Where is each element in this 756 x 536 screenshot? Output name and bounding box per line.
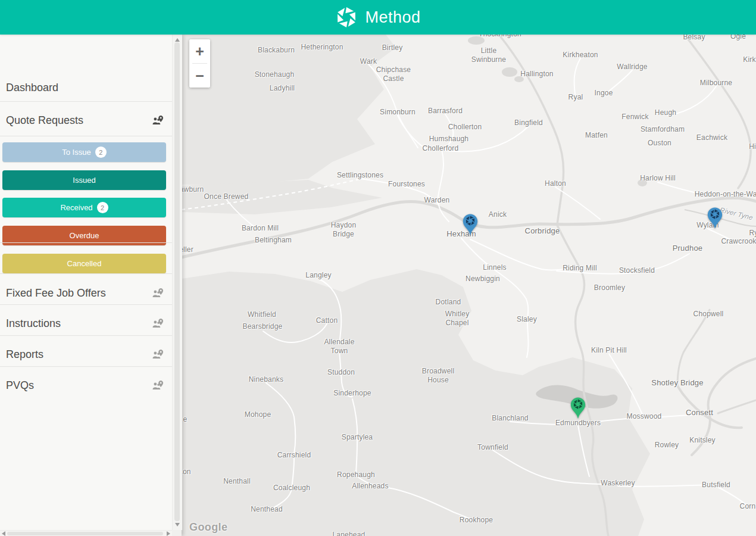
map-place-label: Butsfield [702, 481, 730, 490]
map-place-label: Mosswood [627, 412, 662, 421]
map-place-label: Eachwick [696, 133, 727, 142]
map-place-label: Milbourne [700, 79, 733, 88]
map-place-label: Whitley Chapel [445, 310, 470, 328]
map-place-label: Chipchase Castle [376, 66, 411, 83]
map-place-label: Little Swinburne [471, 46, 507, 64]
map-people-icon[interactable] [151, 379, 164, 392]
google-attribution[interactable]: Google [189, 521, 227, 534]
map-place-label: Wark [360, 57, 377, 66]
method-logo-icon [335, 6, 358, 29]
map-place-label: Hallington [520, 70, 553, 79]
sidebar-item-pvqs[interactable]: PVQs [6, 378, 164, 392]
map-place-label: Chopwell [693, 310, 724, 319]
map-people-icon[interactable] [151, 114, 164, 127]
map-place-label: Ry [749, 229, 756, 238]
sidebar-vertical-scrollbar[interactable] [172, 35, 182, 530]
filter-count-badge: 2 [95, 147, 107, 158]
map-zoom-control: + − [189, 39, 210, 88]
map-place-label: Riding Mill [563, 264, 597, 273]
map-place-label: Ropehaugh [337, 470, 375, 479]
filter-button-to-issue[interactable]: To Issue2 [2, 142, 166, 162]
sidebar-item-dashboard[interactable]: Dashboard [6, 80, 164, 95]
sidebar-divider [0, 304, 172, 305]
scroll-left-arrow-icon[interactable] [2, 531, 5, 536]
map-place-label: Stamfordham [641, 125, 685, 134]
sidebar-divider [0, 273, 172, 274]
sidebar-divider [0, 101, 172, 102]
map-place-label: Fenwick [621, 113, 648, 121]
map-place-label: Settlingstones [337, 171, 383, 180]
map-place-label: Catton [316, 316, 338, 325]
sidebar-item-label: Quote Requests [6, 114, 83, 127]
map-place-label: Carrshield [277, 451, 311, 460]
filter-button-label: Received [60, 203, 92, 212]
map-place-label: Barrasford [428, 107, 463, 116]
map-place-label: e [183, 415, 188, 424]
map-place-label: Halton [545, 179, 566, 188]
scroll-down-arrow-icon[interactable] [175, 523, 180, 526]
map-place-label: Hi [749, 142, 756, 151]
map-place-label: Nenthall [223, 477, 251, 486]
sidebar-item-label: Instructions [6, 317, 61, 330]
map-place-label: Knitsley [689, 436, 716, 445]
marker-wylam[interactable] [707, 207, 723, 232]
map-place-label: Chollerford [423, 144, 459, 153]
vertical-scroll-thumb[interactable] [174, 42, 180, 521]
map-place-label: Anick [489, 210, 507, 219]
sidebar-divider [0, 335, 172, 336]
sidebar-divider [0, 366, 172, 367]
map-place-label: Lanehead [333, 531, 365, 536]
map-place-label: Bardon Mill [242, 224, 279, 233]
map-place-label: Wallridge [617, 63, 647, 71]
marker-edmundbyers[interactable] [570, 397, 586, 422]
sidebar-item-quote-requests[interactable]: Quote Requests [6, 113, 164, 127]
sidebar-item-fixed-fee-job-offers[interactable]: Fixed Fee Job Offers [6, 286, 164, 300]
map-people-icon[interactable] [151, 317, 164, 330]
map-place-label: Corn [740, 502, 756, 511]
horizontal-scroll-thumb[interactable] [7, 532, 163, 535]
filter-button-received[interactable]: Received2 [2, 198, 166, 217]
map-place-label: Broadwell House [422, 367, 455, 385]
zoom-out-button[interactable]: − [189, 64, 210, 88]
map-place-label: Beltingham [255, 236, 292, 245]
sidebar-item-reports[interactable]: Reports [6, 347, 164, 362]
map-place-label: Broomley [594, 283, 625, 292]
map-place-label: Linnels [483, 263, 506, 272]
zoom-in-button[interactable]: + [189, 39, 210, 63]
filter-button-issued[interactable]: Issued [2, 170, 166, 190]
sidebar-divider [0, 242, 172, 243]
map-place-label: Corbridge [525, 226, 560, 236]
map-place-label: Shotley Bridge [651, 378, 703, 388]
map-place-label: Stocksfield [619, 266, 655, 275]
map-place-label: Spartylea [342, 433, 373, 442]
scroll-right-arrow-icon[interactable] [167, 531, 170, 536]
filter-button-label: To Issue [62, 148, 90, 157]
map-place-label: Blanchland [492, 414, 528, 423]
map-place-label: Simonburn [380, 108, 416, 117]
sidebar-horizontal-scrollbar[interactable] [0, 530, 172, 536]
map-place-label: Blackaburn [258, 46, 295, 55]
filter-button-label: Overdue [70, 231, 99, 240]
filter-button-cancelled[interactable]: Cancelled [2, 254, 166, 273]
filter-button-label: Cancelled [67, 259, 102, 268]
filter-button-label: Issued [73, 176, 95, 185]
map-place-label: Ryal [568, 93, 583, 102]
map-place-label: Haydon Bridge [331, 221, 357, 239]
map-place-label: Stonehaugh [255, 70, 295, 79]
map-place-label: Waskerley [601, 479, 635, 488]
map-place-label: Ladyhill [270, 84, 295, 93]
map-place-label: Ouston [648, 139, 671, 148]
sidebar-item-instructions[interactable]: Instructions [6, 316, 164, 331]
map-place-label: Consett [686, 408, 713, 417]
marker-hexham[interactable] [463, 213, 479, 238]
sidebar-item-label: Fixed Fee Job Offers [6, 287, 106, 300]
map-place-label: Bearsbridge [243, 322, 283, 331]
map-people-icon[interactable] [151, 348, 164, 361]
map-people-icon[interactable] [151, 286, 164, 300]
map-place-label: Kiln Pit Hill [591, 346, 627, 355]
scroll-up-arrow-icon[interactable] [175, 38, 180, 42]
map-place-label: Whitfield [248, 310, 276, 319]
map-place-label: Slaley [517, 315, 537, 324]
map-place-label: Matfen [585, 131, 608, 140]
map-place-label: Warden [424, 196, 450, 205]
